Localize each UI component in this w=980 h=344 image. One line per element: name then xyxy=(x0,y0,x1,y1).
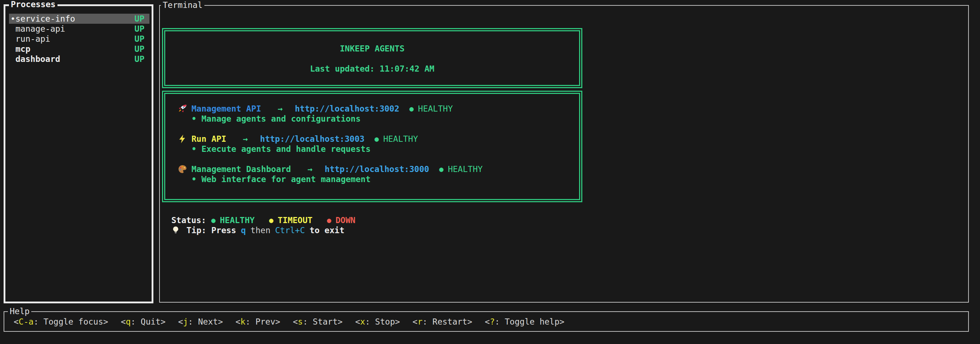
healthy-dot-icon: ● xyxy=(211,215,216,225)
help-panel: Help <C-a: Toggle focus> <q: Quit> <j: N… xyxy=(3,311,969,332)
terminal-panel-title: Terminal xyxy=(161,0,204,10)
tip-prefix: Tip: Press xyxy=(186,225,236,235)
service-row-management-dashboard: Management Dashboard → http://localhost:… xyxy=(178,164,579,174)
service-name: Management API xyxy=(191,104,261,114)
process-status-badge: UP xyxy=(134,24,145,34)
healthy-label: HEALTHY xyxy=(220,215,255,225)
palette-icon xyxy=(178,164,189,174)
process-row-run-api[interactable]: run-api UP xyxy=(9,34,150,44)
service-url[interactable]: http://localhost:3000 xyxy=(325,164,429,174)
help-panel-title: Help xyxy=(8,307,31,316)
arrow-icon: → xyxy=(307,164,313,174)
health-dot-icon: ● xyxy=(375,134,379,144)
arrow-icon: → xyxy=(278,104,283,114)
process-status-badge: UP xyxy=(134,34,145,44)
lightbulb-icon xyxy=(171,225,181,235)
processes-panel-title: Processes xyxy=(9,0,57,9)
shortcut-toggle-focus: <C-a: Toggle focus> xyxy=(14,317,108,327)
down-label: DOWN xyxy=(336,215,355,225)
service-health-status: HEALTHY xyxy=(383,134,418,144)
process-name: manage-api xyxy=(16,24,65,34)
arrow-icon: → xyxy=(243,134,248,144)
process-name: mcp xyxy=(16,44,30,54)
service-url[interactable]: http://localhost:3003 xyxy=(260,134,364,144)
service-health-status: HEALTHY xyxy=(448,164,483,174)
service-row-run-api: Run API → http://localhost:3003 ● HEALTH… xyxy=(178,134,579,144)
last-updated: Last updated: 11:07:42 AM xyxy=(165,64,579,74)
process-status-badge: UP xyxy=(134,14,145,24)
tip-middle: then xyxy=(250,225,270,235)
lightning-icon xyxy=(178,134,189,144)
timeout-dot-icon: ● xyxy=(269,215,274,225)
processes-panel: Processes • service-info UP manage-api U… xyxy=(3,4,153,303)
down-dot-icon: ● xyxy=(327,215,331,225)
terminal-screen: Processes • service-info UP manage-api U… xyxy=(0,0,980,344)
service-row-management-api: Management API → http://localhost:3002 ●… xyxy=(178,104,579,114)
service-description: • Manage agents and configurations xyxy=(178,114,579,124)
service-name: Management Dashboard xyxy=(191,164,291,174)
service-name: Run API xyxy=(191,134,226,144)
health-dot-icon: ● xyxy=(439,164,444,174)
terminal-panel: Terminal INKEEP AGENTS Last updated: 11:… xyxy=(159,5,969,302)
shortcut-prev: <k: Prev> xyxy=(235,317,280,327)
tip-line: Tip: Press q then Ctrl+C to exit xyxy=(171,225,349,235)
shortcut-next: <j: Next> xyxy=(178,317,223,327)
process-status-badge: UP xyxy=(134,54,145,64)
status-legend: Status: ● HEALTHY ● TIMEOUT ● DOWN xyxy=(171,215,370,225)
selected-marker: • xyxy=(10,14,16,24)
process-name: service-info xyxy=(16,14,75,24)
process-name: run-api xyxy=(16,34,50,44)
rocket-icon xyxy=(178,104,189,114)
service-health-status: HEALTHY xyxy=(418,104,453,114)
process-row-service-info[interactable]: • service-info UP xyxy=(9,14,150,24)
help-shortcuts: <C-a: Toggle focus> <q: Quit> <j: Next> … xyxy=(4,312,968,331)
shortcut-stop: <x: Stop> xyxy=(355,317,400,327)
process-row-dashboard[interactable]: dashboard UP xyxy=(9,54,150,64)
health-dot-icon: ● xyxy=(409,104,414,114)
process-list: • service-info UP manage-api UP run-api … xyxy=(5,6,151,64)
status-legend-label: Status: xyxy=(171,215,206,225)
process-row-manage-api[interactable]: manage-api UP xyxy=(9,24,150,34)
shortcut-toggle-help: <?: Toggle help> xyxy=(485,317,565,327)
tip-key-combo: Ctrl+C xyxy=(275,225,305,235)
service-description: • Web interface for agent management xyxy=(178,174,579,184)
service-url[interactable]: http://localhost:3002 xyxy=(295,104,399,114)
services-box: Management API → http://localhost:3002 ●… xyxy=(162,91,582,202)
shortcut-restart: <r: Restart> xyxy=(412,317,472,327)
shortcut-start: <s: Start> xyxy=(293,317,343,327)
service-description: • Execute agents and handle requests xyxy=(178,144,579,154)
tip-suffix: to exit xyxy=(310,225,345,235)
process-row-mcp[interactable]: mcp UP xyxy=(9,44,150,54)
tip-key-q: q xyxy=(241,225,246,235)
banner-title: INKEEP AGENTS xyxy=(165,43,579,54)
banner-box: INKEEP AGENTS Last updated: 11:07:42 AM xyxy=(162,28,582,88)
shortcut-quit: <q: Quit> xyxy=(121,317,165,327)
process-status-badge: UP xyxy=(134,44,145,54)
process-name: dashboard xyxy=(16,54,60,64)
timeout-label: TIMEOUT xyxy=(278,215,313,225)
